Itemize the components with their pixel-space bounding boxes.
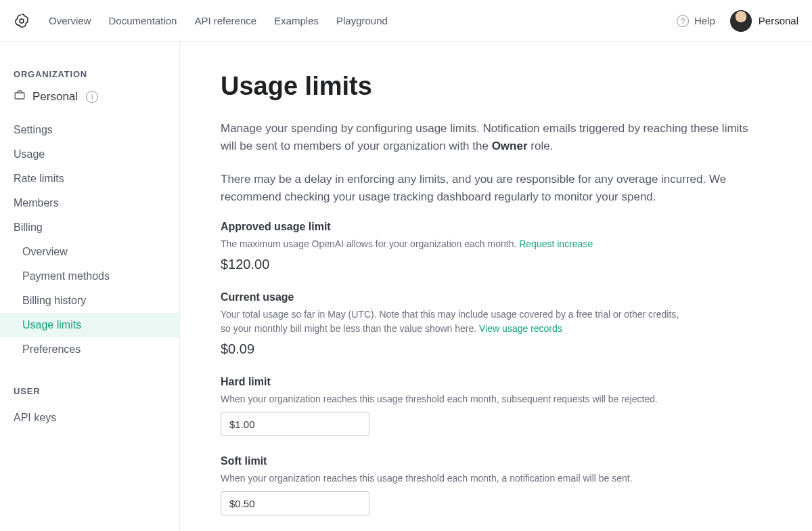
hard-limit-title: Hard limit xyxy=(221,376,681,388)
approved-usage-desc: The maximum usage OpenAI allows for your… xyxy=(221,237,681,251)
request-increase-link[interactable]: Request increase xyxy=(519,238,593,249)
info-icon[interactable]: i xyxy=(86,91,98,103)
org-name-label: Personal xyxy=(32,90,78,104)
briefcase-icon xyxy=(14,89,26,104)
nav-api-reference[interactable]: API reference xyxy=(194,15,256,26)
sidebar-item-payment-methods[interactable]: Payment methods xyxy=(14,264,179,289)
soft-limit-input[interactable] xyxy=(221,491,369,515)
help-label: Help xyxy=(694,15,715,26)
nav-examples[interactable]: Examples xyxy=(274,15,319,26)
help-icon: ? xyxy=(677,15,689,27)
topbar-right: ? Help Personal xyxy=(677,10,798,32)
soft-limit-title: Soft limit xyxy=(221,455,681,467)
avatar xyxy=(730,10,752,32)
top-nav: Overview Documentation API reference Exa… xyxy=(49,15,677,26)
view-usage-records-link[interactable]: View usage records xyxy=(479,323,562,334)
hard-limit-block: Hard limit When your organization reache… xyxy=(221,376,681,436)
help-link[interactable]: ? Help xyxy=(677,15,715,27)
current-usage-title: Current usage xyxy=(221,291,681,303)
svg-point-0 xyxy=(20,19,24,23)
account-label: Personal xyxy=(759,15,798,26)
hard-limit-desc: When your organization reaches this usag… xyxy=(221,392,681,406)
nav-documentation[interactable]: Documentation xyxy=(109,15,177,26)
sidebar: ORGANIZATION Personal i Settings Usage R… xyxy=(0,42,180,531)
sidebar-item-billing-history[interactable]: Billing history xyxy=(14,289,179,313)
soft-limit-desc: When your organization reaches this usag… xyxy=(221,471,681,486)
nav-overview[interactable]: Overview xyxy=(49,15,91,26)
openai-logo-icon[interactable] xyxy=(14,13,30,29)
sidebar-item-api-keys[interactable]: API keys xyxy=(14,406,179,430)
sidebar-item-rate-limits[interactable]: Rate limits xyxy=(14,167,179,191)
sidebar-item-usage[interactable]: Usage xyxy=(14,142,179,167)
sidebar-user-label: USER xyxy=(14,386,179,396)
svg-rect-1 xyxy=(15,93,24,99)
hard-limit-input[interactable] xyxy=(221,412,369,436)
sidebar-item-usage-limits[interactable]: Usage limits xyxy=(0,313,179,337)
approved-usage-block: Approved usage limit The maximum usage O… xyxy=(221,221,681,272)
sidebar-item-billing-overview[interactable]: Overview xyxy=(14,240,179,264)
account-menu[interactable]: Personal xyxy=(730,10,798,32)
soft-limit-block: Soft limit When your organization reache… xyxy=(221,455,681,515)
current-usage-block: Current usage Your total usage so far in… xyxy=(221,291,681,357)
org-switcher[interactable]: Personal i xyxy=(14,89,179,104)
nav-playground[interactable]: Playground xyxy=(336,15,388,26)
approved-usage-title: Approved usage limit xyxy=(221,221,681,233)
current-usage-desc: Your total usage so far in May (UTC). No… xyxy=(221,307,681,336)
sidebar-item-settings[interactable]: Settings xyxy=(14,118,179,142)
topbar: Overview Documentation API reference Exa… xyxy=(0,0,812,42)
sidebar-item-members[interactable]: Members xyxy=(14,191,179,215)
page-title: Usage limits xyxy=(221,72,771,101)
sidebar-item-preferences[interactable]: Preferences xyxy=(14,337,179,362)
current-usage-value: $0.09 xyxy=(221,341,681,357)
main-content: Usage limits Manage your spending by con… xyxy=(180,42,812,531)
sidebar-item-billing[interactable]: Billing xyxy=(14,215,179,240)
sidebar-org-label: ORGANIZATION xyxy=(14,69,179,79)
lead-paragraph-2: There may be a delay in enforcing any li… xyxy=(221,171,762,207)
lead-paragraph-1: Manage your spending by configuring usag… xyxy=(221,120,762,156)
approved-usage-value: $120.00 xyxy=(221,257,681,272)
